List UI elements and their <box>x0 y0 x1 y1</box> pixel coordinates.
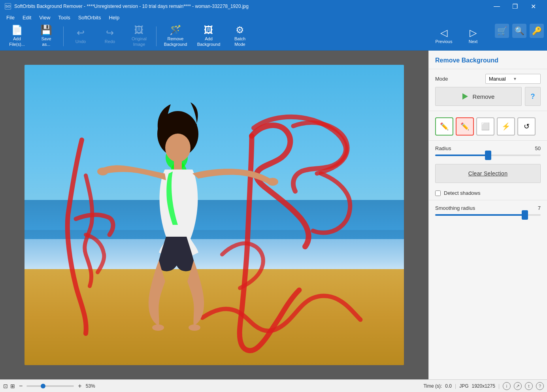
tool-magic-wand[interactable]: ⚡ <box>497 117 515 136</box>
zoom-fit-icon[interactable]: ⊞ <box>10 383 15 389</box>
radius-slider-track[interactable] <box>435 155 541 156</box>
remove-background-button[interactable]: 🪄 RemoveBackground <box>160 24 191 49</box>
save-as-button[interactable]: 💾 Saveas... <box>32 24 60 49</box>
detect-shadows-checkbox[interactable] <box>435 190 441 196</box>
zoom-thumb[interactable] <box>41 384 45 388</box>
remove-arrow-icon <box>462 93 468 100</box>
remove-background-icon: 🪄 <box>170 25 181 35</box>
maximize-button[interactable]: ❐ <box>506 0 524 13</box>
zoom-value: 53% <box>86 383 95 389</box>
toolbar: 📄 AddFile(s)... 💾 Saveas... ↩ Undo ↪ Red… <box>0 22 547 51</box>
remove-button[interactable]: Remove <box>435 87 522 106</box>
batch-mode-button[interactable]: ⚙ BatchMode <box>226 24 254 49</box>
info-icon[interactable]: i <box>503 382 511 390</box>
svg-point-11 <box>189 324 200 331</box>
save-as-label: Saveas... <box>41 36 51 47</box>
statusbar-sep: | <box>455 383 456 389</box>
mode-label: Mode <box>435 76 448 82</box>
radius-slider-fill <box>435 155 488 156</box>
previous-button[interactable]: ◁ Previous <box>430 24 458 49</box>
clear-section: Clear Selection <box>429 161 547 186</box>
svg-rect-9 <box>174 160 182 170</box>
toolbar-nav: ◁ Previous ▷ Next 🛒 🔍 🔑 <box>430 24 544 49</box>
tool-mark-foreground-icon: ✏️ <box>440 122 449 131</box>
original-image-button[interactable]: 🖼 OriginalImage <box>125 24 153 49</box>
time-value: 0.0 <box>445 383 452 389</box>
smoothing-radius-slider-track[interactable] <box>435 214 541 216</box>
file-format: JPG <box>459 383 468 389</box>
share-icon[interactable]: ↗ <box>514 382 522 390</box>
zoom-slider[interactable] <box>26 385 74 387</box>
redo-button[interactable]: ↪ Redo <box>96 24 124 49</box>
help-button[interactable]: ? <box>525 87 541 106</box>
add-background-button[interactable]: 🖼 AddBackground <box>193 24 224 49</box>
twitter-icon[interactable]: t <box>525 382 533 390</box>
minimize-button[interactable]: — <box>488 0 506 13</box>
batch-mode-label: BatchMode <box>234 36 245 47</box>
tool-eraser[interactable]: ⬜ <box>476 117 494 136</box>
smoothing-radius-slider-thumb[interactable] <box>522 210 528 220</box>
image-container <box>25 65 404 365</box>
smoothing-radius-section: Smoothing radius 7 <box>429 200 547 220</box>
menu-edit[interactable]: Edit <box>19 14 34 21</box>
canvas-area[interactable] <box>0 51 428 379</box>
menu-file[interactable]: File <box>3 14 18 21</box>
mode-section: Mode Manual ▼ Remove ? <box>429 69 547 111</box>
statusbar-left: ⊡ ⊞ − + 53% <box>3 383 420 390</box>
mode-dropdown[interactable]: Manual ▼ <box>485 74 541 84</box>
clear-selection-button[interactable]: Clear Selection <box>435 164 541 183</box>
cart-icon[interactable]: 🛒 <box>495 24 509 38</box>
toolbar-sep-1 <box>63 26 64 46</box>
add-files-label: AddFile(s)... <box>9 36 25 47</box>
close-button[interactable]: ✕ <box>524 0 542 13</box>
radius-section: Radius 50 <box>429 141 547 161</box>
remove-button-wrap: Remove ? <box>435 87 541 106</box>
search-icon[interactable]: 🔍 <box>512 24 526 38</box>
help-icon: ? <box>531 92 535 101</box>
help-status-icon[interactable]: ? <box>536 382 544 390</box>
tool-restore[interactable]: ↺ <box>517 117 536 136</box>
app-icon: SO <box>5 3 11 9</box>
original-image-icon: 🖼 <box>134 25 144 35</box>
mode-value: Manual <box>489 76 513 82</box>
restore-icon: ↺ <box>524 122 530 131</box>
zoom-plus-button[interactable]: + <box>76 383 83 390</box>
svg-point-13 <box>267 178 278 186</box>
detect-shadows-label[interactable]: Detect shadows <box>444 190 481 196</box>
menu-tools[interactable]: Tools <box>55 14 73 21</box>
detect-shadows-row: Detect shadows <box>429 186 547 200</box>
menu-view[interactable]: View <box>36 14 53 21</box>
svg-point-10 <box>152 324 164 331</box>
menu-help[interactable]: Help <box>106 14 123 21</box>
radius-slider-thumb[interactable] <box>485 151 491 160</box>
register-icon[interactable]: 🔑 <box>530 24 544 38</box>
panel-title: Remove Background <box>429 51 547 69</box>
svg-point-8 <box>165 134 191 162</box>
remove-button-label: Remove <box>473 93 495 100</box>
statusbar: ⊡ ⊞ − + 53% Time (s): 0.0 | JPG 1920x127… <box>0 379 547 392</box>
tool-mark-background[interactable]: ✏️ <box>456 117 474 136</box>
tool-mark-background-icon: ✏️ <box>460 122 469 131</box>
next-label: Next <box>469 39 478 44</box>
menubar: File Edit View Tools SoftOrbits Help <box>0 13 547 22</box>
save-as-icon: 💾 <box>40 25 52 35</box>
titlebar: SO SoftOrbits Background Remover - ****U… <box>0 0 547 13</box>
clear-selection-label: Clear Selection <box>468 170 507 177</box>
statusbar-sep2: | <box>498 383 500 389</box>
add-files-button[interactable]: 📄 AddFile(s)... <box>3 24 31 49</box>
fit-icon[interactable]: ⊡ <box>3 383 8 389</box>
menu-softorbits[interactable]: SoftOrbits <box>75 14 104 21</box>
main-area: Remove Background Mode Manual ▼ Remove ? <box>0 51 547 379</box>
original-image-label: OriginalImage <box>132 36 147 47</box>
woman-figure <box>25 65 404 365</box>
next-button[interactable]: ▷ Next <box>459 24 487 49</box>
tools-section: ✏️ ✏️ ⬜ ⚡ ↺ <box>429 111 547 141</box>
zoom-minus-button[interactable]: − <box>17 383 24 390</box>
smoothing-radius-slider-fill <box>435 214 525 216</box>
time-label: Time (s): <box>423 383 442 389</box>
smoothing-radius-value: 7 <box>538 205 541 211</box>
tool-mark-foreground[interactable]: ✏️ <box>435 117 453 136</box>
eraser-icon: ⬜ <box>481 122 490 131</box>
undo-button[interactable]: ↩ Undo <box>67 24 94 49</box>
file-dimensions: 1920x1275 <box>472 383 495 389</box>
